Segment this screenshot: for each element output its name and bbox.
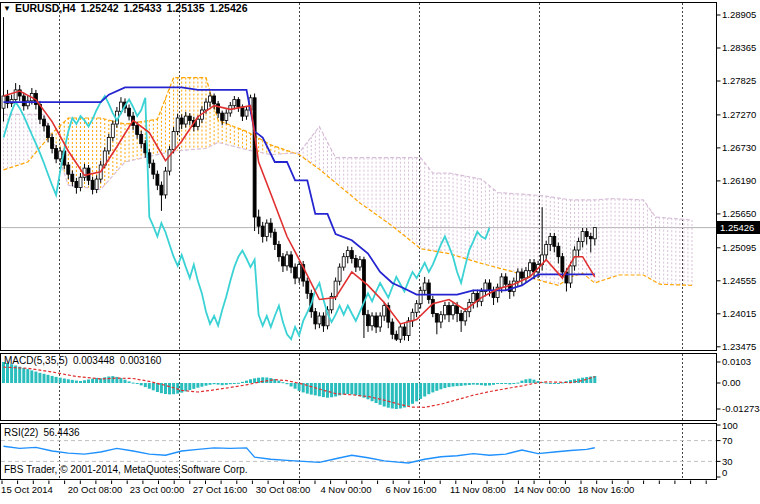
- macd-value-signal: 0.003160: [120, 355, 162, 366]
- macd-axis-label: 0.00: [722, 377, 741, 388]
- symbol-period-label: EURUSD,H4: [15, 2, 76, 14]
- chart-window: 1.289051.283651.278251.272701.267301.261…: [0, 0, 760, 504]
- ohlc-low: 1.25135: [167, 2, 205, 14]
- rsi-axis-label: 70: [722, 435, 733, 446]
- price-axis-label: 1.28905: [722, 9, 756, 20]
- copyright-notice: FBS Trader, © 2001-2014, MetaQuotes Soft…: [4, 464, 248, 475]
- date-label: 20 Oct 08:00: [68, 484, 122, 495]
- rsi-axis-label: 30: [722, 456, 733, 467]
- time-separators: [60, 3, 683, 479]
- price-axis-label: 1.23475: [722, 341, 756, 352]
- macd-axis-label: 0.0103: [722, 356, 751, 367]
- rsi-axis-label: 0: [722, 467, 727, 478]
- chart-title: ▼EURUSD,H41.252421.254331.251351.25426: [3, 2, 247, 14]
- time-axis: 15 Oct 201420 Oct 08:0023 Oct 00:0027 Oc…: [1, 481, 706, 496]
- ohlc-close: 1.25426: [210, 2, 248, 14]
- macd-name: MACD(5,35,5): [4, 355, 68, 366]
- ohlc-open: 1.25242: [81, 2, 119, 14]
- ohlc-high: 1.25433: [124, 2, 162, 14]
- main-pane-border: [1, 3, 717, 351]
- macd-indicator-label: MACD(5,35,5)0.0034480.003160: [4, 355, 161, 366]
- macd-value-main: 0.003448: [73, 355, 115, 366]
- date-label: 4 Nov 00:00: [320, 484, 371, 495]
- price-axis-label: 1.25650: [722, 208, 756, 219]
- date-label: 27 Oct 16:00: [193, 484, 247, 495]
- macd-histogram: [2, 362, 596, 409]
- price-axis: 1.289051.283651.278251.272701.267301.261…: [717, 9, 760, 478]
- date-label: 14 Nov 00:00: [514, 484, 571, 495]
- chart-canvas[interactable]: 1.289051.283651.278251.272701.267301.261…: [0, 0, 760, 504]
- current-price-tag: 1.25426: [717, 221, 760, 234]
- symbol-dropdown-icon[interactable]: ▼: [3, 4, 11, 13]
- price-axis-label: 1.26730: [722, 142, 756, 153]
- rsi-value: 56.4436: [43, 427, 79, 438]
- macd-axis-label: -0.012734: [722, 403, 760, 414]
- price-axis-label: 1.25095: [722, 242, 756, 253]
- rsi-axis-label: 100: [722, 420, 738, 431]
- rsi-name: RSI(22): [4, 427, 38, 438]
- date-label: 11 Nov 08:00: [450, 484, 506, 495]
- date-label: 23 Oct 00:00: [130, 484, 184, 495]
- price-axis-label: 1.24015: [722, 308, 756, 319]
- price-axis-label: 1.27825: [722, 75, 756, 86]
- price-axis-label: 1.28365: [722, 42, 756, 53]
- date-label: 15 Oct 2014: [1, 484, 53, 495]
- price-axis-label: 1.27270: [722, 109, 756, 120]
- rsi-indicator-label: RSI(22)56.4436: [4, 427, 80, 438]
- date-label: 6 Nov 16:00: [385, 484, 436, 495]
- price-axis-label: 1.24555: [722, 275, 756, 286]
- date-label: 18 Nov 16:00: [578, 484, 635, 495]
- date-label: 30 Oct 08:00: [256, 484, 310, 495]
- price-axis-label: 1.26190: [722, 175, 756, 186]
